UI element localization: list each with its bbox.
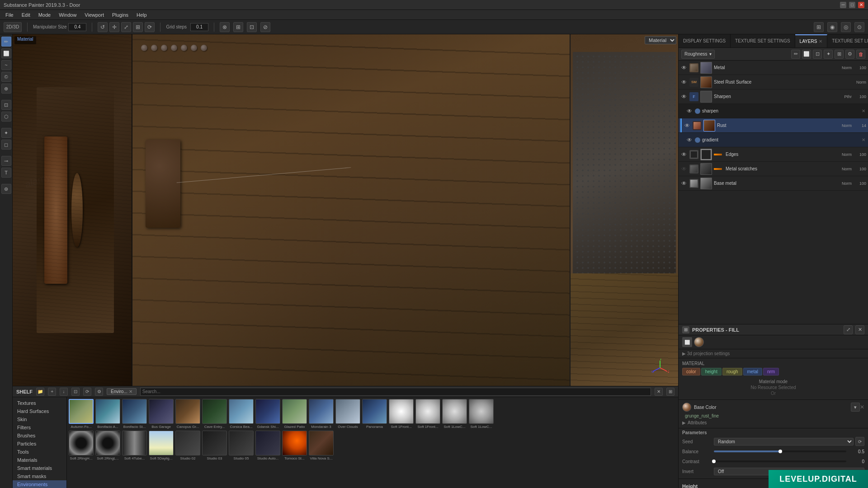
shelf-settings-btn[interactable]: ⚙: [95, 388, 103, 396]
tool-paint[interactable]: ✏: [1, 37, 11, 47]
shelf-item-glazed[interactable]: Glazed Patio: [282, 399, 307, 429]
tool-picker[interactable]: ✦: [1, 128, 11, 138]
shelf-item-overclouds[interactable]: Over Clouds: [335, 399, 360, 429]
rotate-btn[interactable]: ↺: [98, 22, 108, 32]
layer-eye-metal[interactable]: 👁: [680, 64, 688, 71]
close-button[interactable]: ✕: [858, 2, 864, 8]
attributes-expand-icon[interactable]: ▶: [682, 420, 686, 425]
channel-height-btn[interactable]: height: [701, 368, 722, 375]
channel-metal-btn[interactable]: metal: [743, 368, 762, 375]
toolbar-extra-2[interactable]: ⊞: [233, 22, 243, 32]
add-fill-layer-btn[interactable]: ⬜: [802, 50, 811, 59]
seed-refresh-icon[interactable]: ⟳: [855, 437, 864, 446]
shelf-cat-smart-masks[interactable]: Smart masks: [13, 472, 66, 480]
shelf-cat-materials[interactable]: Materials: [13, 456, 66, 464]
layer-row-sharpen-effect[interactable]: 👁 sharpen ✕: [679, 104, 868, 118]
props-close-btn[interactable]: ✕: [855, 325, 864, 334]
layer-eye-sharpen[interactable]: 👁: [680, 93, 688, 100]
tab-texture-set-list[interactable]: TEXTURE SET LIST: [827, 34, 868, 47]
contrast-thumb[interactable]: [712, 460, 716, 463]
tab-texture-set-settings[interactable]: TEXTURE SET SETTINGS: [731, 34, 795, 47]
layer-eye-gradient[interactable]: 👁: [686, 136, 693, 144]
shelf-import-btn[interactable]: ↓: [60, 388, 68, 396]
layer-eye-rust[interactable]: 👁: [684, 122, 691, 129]
tool-project[interactable]: ⊕: [1, 84, 11, 94]
shelf-item-studioauto[interactable]: Studio Auto...: [255, 431, 280, 460]
attributes-row[interactable]: ▶ Attributes: [682, 419, 864, 426]
shelf-item-soft5daylight[interactable]: Soft 5Daylig...: [149, 431, 174, 460]
layer-row-gradient-fx[interactable]: 👁 gradient ✕: [679, 133, 868, 147]
shelf-item-soft4tube[interactable]: Soft 4Tube...: [122, 431, 147, 460]
toolbar-right-4[interactable]: ⊙: [854, 22, 864, 32]
shelf-item-panorama[interactable]: Panorama: [362, 399, 387, 429]
menu-plugins[interactable]: Plugins: [108, 11, 132, 19]
shelf-item-soft2ringb[interactable]: Soft 2RingL...: [95, 431, 120, 460]
viewport[interactable]: Material Material alamy: [13, 34, 678, 386]
layer-settings-btn[interactable]: ⚙: [845, 50, 854, 59]
tab-layers[interactable]: LAYERS ✕: [795, 34, 828, 47]
shelf-item-soft1front[interactable]: Soft 1Front...: [389, 399, 414, 429]
menu-help[interactable]: Help: [133, 11, 151, 19]
tool-camera[interactable]: ⊛: [1, 184, 11, 194]
manipulator-input[interactable]: [68, 23, 86, 31]
toolbar-extra-4[interactable]: ⊘: [260, 22, 270, 32]
layer-row-base-metal[interactable]: 👁 Base metal Norm 100: [679, 176, 868, 191]
layer-close-sharpen-fx[interactable]: ✕: [861, 108, 866, 113]
roughness-dropdown[interactable]: Roughness ▾: [681, 50, 715, 59]
tab-display-settings[interactable]: DISPLAY SETTINGS: [679, 34, 731, 47]
layer-close-gradient[interactable]: ✕: [861, 137, 866, 142]
shelf-cat-textures[interactable]: Textures: [13, 399, 66, 407]
shelf-item-tomoco[interactable]: Tomoco St...: [282, 431, 307, 460]
layer-eye-edges[interactable]: 👁: [680, 151, 688, 158]
channel-rough-btn[interactable]: rough: [722, 368, 742, 375]
viewport-mode-select[interactable]: Material: [645, 36, 676, 44]
tool-clone[interactable]: ©: [1, 72, 11, 82]
pan-btn[interactable]: ✛: [109, 22, 119, 32]
shelf-item-autumn[interactable]: Autumn Fo...: [69, 399, 94, 429]
layer-eye-metal-scratches[interactable]: 👁: [680, 165, 688, 173]
layer-row-metal-scratches[interactable]: 👁 Metal scratches Norm 100: [679, 162, 868, 176]
layer-row-metal[interactable]: 👁 Metal Norm 100: [679, 61, 868, 75]
snap-btn[interactable]: ⊞: [133, 22, 143, 32]
shelf-tab-close[interactable]: ✕: [129, 389, 132, 394]
material-sphere-icon[interactable]: [694, 337, 704, 347]
shelf-folder-btn[interactable]: 📁: [36, 388, 44, 396]
shelf-item-bonifacio-st[interactable]: Bonifacio St...: [122, 399, 147, 429]
shelf-search-clear[interactable]: ✕: [655, 388, 663, 396]
shelf-item-soft1lowcb[interactable]: Soft 1LowC...: [469, 399, 494, 429]
layer-row-edges[interactable]: 👁 Edges Norm 100: [679, 147, 868, 162]
toolbar-right-1[interactable]: ⊞: [814, 22, 824, 32]
add-group-btn[interactable]: ⊞: [835, 50, 844, 59]
tool-smudge[interactable]: ~: [1, 60, 11, 70]
contrast-slider[interactable]: [714, 460, 846, 462]
shelf-cat-skin[interactable]: Skin: [13, 415, 66, 423]
shelf-cat-hard-surfaces[interactable]: Hard Surfaces: [13, 407, 66, 415]
channel-nrm-btn[interactable]: nrm: [763, 368, 779, 375]
material-2d-icon[interactable]: ⬜: [682, 337, 692, 347]
shelf-cat-smart-materials[interactable]: Smart materials: [13, 464, 66, 472]
base-color-close-btn[interactable]: ✕: [860, 404, 864, 410]
shelf-cat-filters[interactable]: Filters: [13, 423, 66, 432]
base-color-expand-btn[interactable]: ▾: [851, 403, 860, 412]
shelf-cat-environments[interactable]: Environments: [13, 480, 66, 488]
delete-layer-btn[interactable]: 🗑: [856, 50, 865, 59]
toolbar-right-3[interactable]: ◎: [841, 22, 851, 32]
shelf-item-mondarain[interactable]: Mondarain 3: [309, 399, 334, 429]
shelf-item-gdansk[interactable]: Gdansk Shi...: [255, 399, 280, 429]
layer-eye-base-metal[interactable]: 👁: [680, 180, 688, 187]
menu-file[interactable]: File: [2, 11, 17, 19]
3d-projection-toggle[interactable]: ▶ 3d projection settings: [679, 349, 868, 358]
props-expand-btn[interactable]: ⤢: [844, 325, 853, 334]
shelf-search-input[interactable]: [140, 388, 651, 396]
toolbar-extra-1[interactable]: ⊗: [220, 22, 230, 32]
tool-fill[interactable]: ⬜: [1, 48, 11, 58]
shelf-item-bonifacio-a[interactable]: Bonifacio A...: [95, 399, 120, 429]
tool-erase[interactable]: ◻: [1, 140, 11, 150]
shelf-item-corsica[interactable]: Corsica Bea...: [229, 399, 254, 429]
shelf-cat-tools[interactable]: Tools: [13, 448, 66, 456]
shelf-cat-brushes[interactable]: Brushes: [13, 432, 66, 440]
tool-text[interactable]: T: [1, 168, 11, 178]
layer-eye-steel-rust[interactable]: 👁: [680, 79, 688, 86]
shelf-cat-particles[interactable]: Particles: [13, 440, 66, 448]
shelf-item-studio05[interactable]: Studio 05: [229, 431, 254, 460]
